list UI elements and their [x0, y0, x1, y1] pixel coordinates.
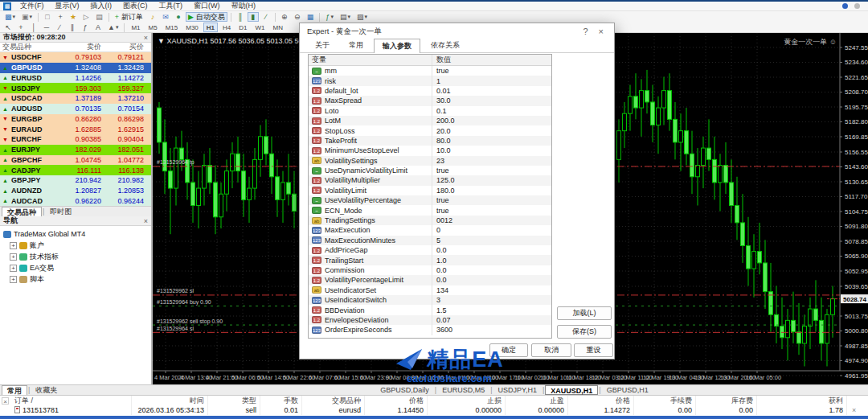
parameter-row[interactable]: 1.2BBDeviation1.5: [309, 305, 551, 314]
parameter-row[interactable]: 1.2EnvelopesDeviation0.07: [309, 315, 551, 325]
parameter-value[interactable]: 1: [432, 77, 551, 85]
timeframe-M5[interactable]: M5: [145, 23, 161, 32]
parameter-value[interactable]: 125.0: [432, 176, 551, 184]
line-chart-mode-button[interactable]: ∕: [260, 12, 272, 22]
parameter-row[interactable]: abVolatilitySettings23: [309, 156, 551, 166]
market-watch-row-EURCHF[interactable]: ▼EURCHF0.903850.90404: [0, 134, 151, 145]
parameter-value[interactable]: true: [432, 166, 551, 175]
market-watch-row-EURGBP[interactable]: ▼EURGBP0.862800.86298: [0, 114, 151, 125]
terminal-order-row[interactable]: 1315137812026.03.16 05:34:13sell0.01euru…: [11, 405, 868, 415]
parameter-row[interactable]: 1.2VolatilityLimit180.0: [309, 186, 551, 195]
menu-item-H[interactable]: 帮助(H): [226, 1, 262, 11]
timeframe-H1[interactable]: H1: [203, 23, 218, 32]
chart-tab-USDJPY,H1[interactable]: USDJPY,H1: [493, 385, 542, 395]
tab-即时图[interactable]: 即时图: [45, 207, 76, 216]
dialog-help-icon[interactable]: ?: [575, 27, 595, 36]
shapes-tool[interactable]: ▲▾: [105, 23, 121, 32]
dialog-title-bar[interactable]: Expert - 黄金一次一单 ? ×: [300, 23, 614, 39]
parameter-value[interactable]: 1.0: [432, 257, 551, 265]
dialog-close-icon[interactable]: ×: [596, 27, 607, 36]
mailbox-button[interactable]: ✉: [160, 12, 171, 22]
help-dot-icon[interactable]: [854, 3, 860, 9]
expand-icon[interactable]: +: [10, 276, 17, 283]
candlestick-mode-button[interactable]: ▮: [248, 12, 259, 22]
dialog-tab-输入参数[interactable]: 输入参数: [374, 39, 420, 53]
bar-chart-mode-button[interactable]: ║: [235, 12, 246, 22]
parameter-row[interactable]: abUseIndicatorSet134: [309, 285, 551, 295]
parameter-value[interactable]: 30.0: [432, 97, 551, 105]
sidebar-item-accounts[interactable]: +账户: [3, 240, 151, 251]
menu-item-V[interactable]: 显示(V): [50, 1, 85, 11]
terminal-column-2[interactable]: 类型: [208, 396, 260, 405]
parameter-value[interactable]: 10.0: [432, 146, 551, 154]
notification-icon[interactable]: [842, 3, 848, 9]
dialog-tab-常用[interactable]: 常用: [340, 38, 372, 52]
parameter-row[interactable]: ~ECN_Modetrue: [309, 205, 551, 215]
market-watch-row-AUDCAD[interactable]: ▲AUDCAD0.962200.96244: [0, 196, 151, 207]
menu-item-F[interactable]: 文件(F): [14, 1, 50, 11]
expand-icon[interactable]: +: [10, 265, 17, 272]
parameter-value[interactable]: 20.0: [432, 127, 551, 135]
indicators-button[interactable]: ƒ▾: [323, 12, 336, 22]
vertical-line-tool[interactable]: │: [28, 23, 39, 32]
parameter-value[interactable]: 134: [432, 286, 551, 294]
parameter-row[interactable]: 1.2Commission0.0: [309, 265, 551, 275]
crosshair-tool[interactable]: +: [15, 23, 27, 32]
fibonacci-tool[interactable]: ƒ: [80, 23, 91, 32]
terminal-column-3[interactable]: 手数: [260, 396, 302, 405]
market-watch-row-USDCHF[interactable]: ▼USDCHF0.791030.79121: [0, 52, 151, 63]
market-watch-row-GBPUSD[interactable]: ▲GBPUSD1.324081.32428: [0, 63, 151, 73]
periods-button[interactable]: ▤▾: [338, 12, 353, 22]
parameter-row[interactable]: 1.2TakeProfit80.0: [309, 136, 551, 146]
parameter-row[interactable]: 1.2VolatilityPercentageLimit0.0: [309, 275, 551, 285]
parameter-row[interactable]: 1.2MinimumUseStopLevel10.0: [309, 146, 551, 155]
parameter-row[interactable]: 1.2AddPriceGap0.0: [309, 245, 551, 255]
market-watch-row-EURAUD[interactable]: ▼EURAUD1.628851.62915: [0, 124, 151, 134]
parameter-value[interactable]: true: [432, 207, 551, 215]
parameter-row[interactable]: 1.2VolatilityMultiplier125.0: [309, 175, 551, 185]
chart-window-button[interactable]: □: [42, 12, 53, 22]
chart-shift-button[interactable]: ▷: [80, 12, 92, 22]
chart-tab-GBPUSD,H1[interactable]: GBPUSD,H1: [602, 385, 653, 395]
timeframe-H4[interactable]: H4: [219, 23, 234, 32]
market-watch-close-icon[interactable]: ×: [144, 34, 148, 42]
chart-preview-button[interactable]: ▤: [93, 12, 105, 22]
parameter-value[interactable]: true: [432, 67, 551, 75]
parameter-row[interactable]: 123OrderExpireSeconds3600: [309, 325, 551, 335]
terminal-column-7[interactable]: 止盈: [506, 396, 568, 405]
text-tool[interactable]: A: [92, 23, 104, 32]
tab-常用[interactable]: 常用: [2, 385, 27, 395]
terminal-column-1[interactable]: 时间: [132, 396, 208, 405]
reset-button[interactable]: 重设: [574, 343, 613, 357]
market-watch-row-CADJPY[interactable]: ▲CADJPY116.111116.138: [0, 165, 151, 175]
parameter-value[interactable]: 3600: [432, 326, 551, 334]
parameter-value[interactable]: 0.01: [432, 87, 551, 95]
terminal-column-9[interactable]: 手续费: [634, 396, 696, 405]
dialog-tab-依存关系[interactable]: 依存关系: [422, 38, 469, 52]
terminal-column-8[interactable]: 价格: [568, 396, 634, 405]
chart-tab-EURUSD,M5[interactable]: EURUSD,M5: [437, 385, 489, 395]
timeframe-M15[interactable]: M15: [162, 23, 182, 32]
parameter-value[interactable]: 200.0: [432, 117, 551, 125]
menu-item-T[interactable]: 工具(T): [154, 1, 189, 11]
autotrading-button[interactable]: ▶自动交易: [186, 12, 227, 22]
timeframe-M1[interactable]: M1: [128, 23, 143, 32]
expand-icon[interactable]: +: [10, 242, 17, 249]
market-watch-row-USDCAD[interactable]: ▲USDCAD1.371891.37210: [0, 93, 151, 104]
parameter-value[interactable]: 0.1: [432, 107, 551, 115]
parameter-value[interactable]: 180.0: [432, 187, 551, 195]
cursor-tool[interactable]: ↖: [2, 23, 14, 32]
dialog-tab-关于[interactable]: 关于: [306, 38, 338, 52]
parameter-value[interactable]: 80.0: [432, 137, 551, 145]
parameter-value[interactable]: 0012: [432, 216, 551, 224]
market-watch-row-USDJPY[interactable]: ▼USDJPY159.303159.327: [0, 83, 151, 93]
parameter-value[interactable]: 23: [432, 157, 551, 165]
parameter-value[interactable]: 0.0: [432, 266, 551, 274]
market-watch-row-AUDUSD[interactable]: ▲AUDUSD0.701350.70154: [0, 104, 151, 114]
trendline-tool[interactable]: ∕: [54, 23, 65, 32]
terminal-selected-row[interactable]: [0, 416, 868, 419]
parameter-row[interactable]: 1.2Loto0.1: [309, 106, 551, 116]
parameter-row[interactable]: 1.2TrailingStart1.0: [309, 255, 551, 265]
terminal-column-5[interactable]: 价格: [365, 396, 428, 405]
save-button[interactable]: 保存(S): [557, 325, 612, 339]
